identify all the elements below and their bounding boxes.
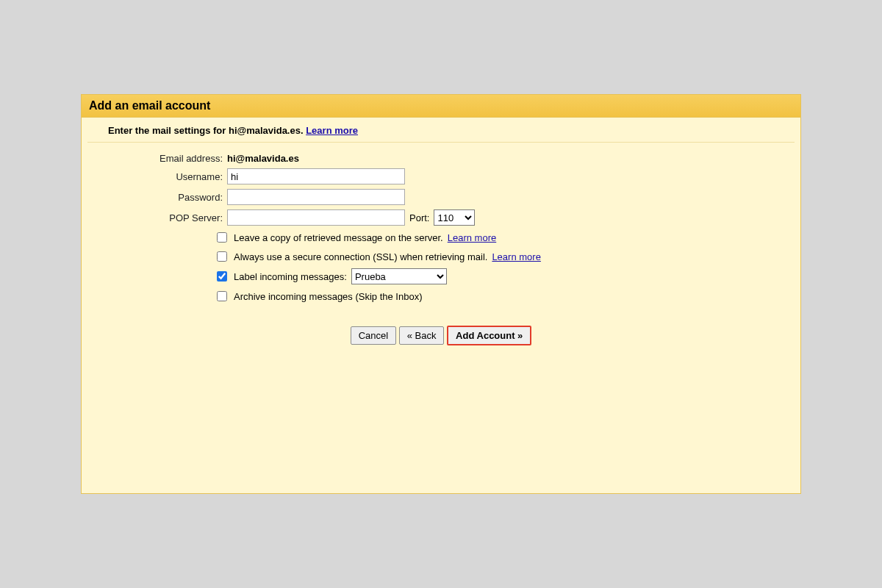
- dialog-titlebar: Add an email account: [82, 95, 800, 118]
- archive-checkbox[interactable]: [217, 291, 227, 301]
- pop-server-label: POP Server:: [102, 212, 227, 223]
- back-button[interactable]: « Back: [399, 326, 445, 345]
- label-incoming-label: Label incoming messages:: [234, 271, 347, 282]
- label-incoming-select[interactable]: Prueba: [351, 268, 447, 284]
- archive-label: Archive incoming messages (Skip the Inbo…: [234, 291, 423, 302]
- ssl-label: Always use a secure connection (SSL) whe…: [234, 251, 487, 262]
- button-row: Cancel « Back Add Account »: [102, 326, 780, 345]
- dialog-title: Add an email account: [89, 99, 793, 112]
- password-input[interactable]: [227, 189, 405, 205]
- ssl-learn-more-link[interactable]: Learn more: [492, 251, 540, 262]
- dialog-content: Email address: hi@malavida.es Username: …: [82, 143, 800, 356]
- leave-copy-label: Leave a copy of retrieved message on the…: [234, 232, 443, 243]
- subheader-email: hi@malavida.es: [229, 125, 301, 136]
- subheader-prefix: Enter the mail settings for: [108, 125, 229, 136]
- port-label: Port:: [409, 212, 429, 223]
- password-label: Password:: [102, 192, 227, 203]
- row-archive: Archive incoming messages (Skip the Inbo…: [214, 289, 780, 304]
- port-select[interactable]: 110: [434, 209, 475, 226]
- row-ssl: Always use a secure connection (SSL) whe…: [214, 249, 780, 264]
- learn-more-link[interactable]: Learn more: [306, 125, 358, 136]
- leave-copy-learn-more-link[interactable]: Learn more: [448, 232, 496, 243]
- row-pop-server: POP Server: Port: 110: [102, 209, 780, 226]
- label-incoming-checkbox[interactable]: [217, 271, 227, 282]
- ssl-checkbox[interactable]: [217, 251, 227, 262]
- username-label: Username:: [102, 171, 227, 182]
- dialog-subheader: Enter the mail settings for hi@malavida.…: [87, 118, 795, 143]
- username-input[interactable]: [227, 168, 405, 184]
- add-account-button[interactable]: Add Account »: [447, 326, 531, 345]
- row-leave-copy: Leave a copy of retrieved message on the…: [214, 230, 780, 245]
- row-password: Password:: [102, 189, 780, 205]
- email-label: Email address:: [102, 153, 227, 164]
- leave-copy-checkbox[interactable]: [217, 232, 227, 243]
- add-email-account-dialog: Add an email account Enter the mail sett…: [81, 94, 801, 494]
- pop-server-input[interactable]: [227, 209, 405, 226]
- cancel-button[interactable]: Cancel: [351, 326, 396, 345]
- row-label-incoming: Label incoming messages: Prueba: [214, 268, 780, 284]
- row-username: Username:: [102, 168, 780, 184]
- row-email: Email address: hi@malavida.es: [102, 153, 780, 164]
- email-value: hi@malavida.es: [227, 153, 299, 164]
